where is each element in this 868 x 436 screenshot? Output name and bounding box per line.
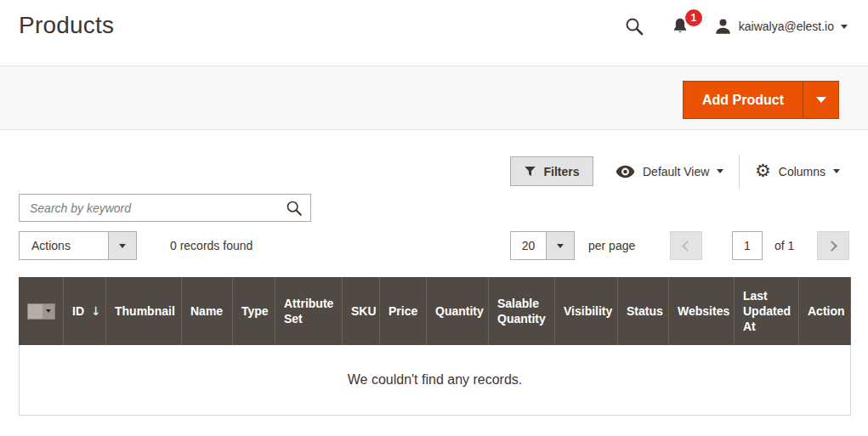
column-header-websites[interactable]: Websites bbox=[669, 277, 735, 345]
column-header-visibility[interactable]: Visibility bbox=[555, 277, 618, 345]
chevron-down-icon bbox=[119, 244, 126, 248]
page-actions-bar: Add Product bbox=[0, 65, 868, 130]
chevron-right-icon bbox=[826, 241, 837, 252]
column-header-label: Websites bbox=[678, 303, 729, 319]
column-header-label: Thumbnail bbox=[115, 303, 175, 319]
eye-icon bbox=[616, 165, 635, 178]
column-header-action[interactable]: Action bbox=[799, 277, 851, 345]
records-found-text: 0 records found bbox=[170, 231, 252, 260]
keyword-search-input[interactable] bbox=[20, 195, 310, 221]
notifications-button[interactable]: 1 bbox=[668, 14, 692, 38]
column-header-attribute-set[interactable]: Attribute Set bbox=[275, 277, 343, 345]
mass-actions-value: Actions bbox=[20, 232, 108, 259]
chevron-left-icon bbox=[682, 241, 693, 252]
column-header-label: Status bbox=[627, 303, 663, 319]
filter-funnel-icon bbox=[524, 165, 536, 178]
column-header-label: ID bbox=[72, 303, 84, 319]
user-icon bbox=[714, 18, 732, 36]
current-page-input[interactable] bbox=[732, 231, 763, 260]
column-header-price[interactable]: Price bbox=[380, 277, 427, 345]
chevron-down-icon bbox=[717, 169, 723, 173]
select-all-checkbox-dropdown[interactable] bbox=[27, 303, 55, 320]
select-all-column-header bbox=[19, 277, 64, 345]
user-email: kaiwalya@elest.io bbox=[739, 20, 834, 33]
column-header-salable-quantity[interactable]: Salable Quantity bbox=[489, 277, 555, 345]
chevron-down-icon bbox=[833, 169, 840, 173]
columns-label: Columns bbox=[779, 165, 825, 178]
global-search-button[interactable] bbox=[622, 14, 646, 38]
products-admin-page: Products 1 bbox=[0, 0, 868, 436]
add-product-label: Add Product bbox=[702, 93, 784, 108]
column-header-label: SKU bbox=[351, 303, 377, 319]
page-title: Products bbox=[19, 12, 114, 39]
header-actions: 1 kaiwalya@elest.io bbox=[622, 0, 848, 53]
column-header-label: Salable Quantity bbox=[497, 296, 546, 326]
add-product-button[interactable]: Add Product bbox=[684, 82, 803, 118]
user-account-menu[interactable]: kaiwalya@elest.io bbox=[714, 18, 848, 36]
mass-actions-select[interactable]: Actions bbox=[19, 231, 137, 260]
column-header-status[interactable]: Status bbox=[618, 277, 669, 345]
search-icon[interactable] bbox=[285, 199, 304, 218]
keyword-search-box bbox=[19, 194, 311, 222]
default-view-label: Default View bbox=[643, 165, 709, 178]
column-header-label: Type bbox=[241, 303, 269, 319]
column-header-label: Quantity bbox=[435, 303, 484, 319]
grid-header-row: ID ↓ Thumbnail Name Type Attribute Set S… bbox=[19, 277, 851, 345]
gear-icon: ⚙ bbox=[755, 162, 771, 180]
previous-page-button[interactable] bbox=[670, 231, 702, 260]
controls-divider bbox=[739, 155, 740, 188]
page-size-value: 20 bbox=[511, 232, 546, 259]
column-header-label: Visibility bbox=[564, 303, 612, 319]
filters-label: Filters bbox=[543, 165, 579, 178]
notification-count-badge: 1 bbox=[685, 9, 702, 26]
total-pages-label: of 1 bbox=[774, 231, 794, 260]
search-icon bbox=[624, 16, 644, 37]
per-page-label: per page bbox=[588, 231, 635, 260]
column-header-quantity[interactable]: Quantity bbox=[427, 277, 489, 345]
empty-records-message: We couldn't find any records. bbox=[348, 372, 523, 388]
column-header-name[interactable]: Name bbox=[182, 277, 233, 345]
column-header-sku[interactable]: SKU bbox=[343, 277, 380, 345]
column-header-id[interactable]: ID ↓ bbox=[64, 277, 106, 345]
grid-empty-state: We couldn't find any records. bbox=[19, 345, 851, 416]
page-size-dropdown-toggle[interactable] bbox=[546, 232, 574, 259]
columns-control[interactable]: ⚙ Columns bbox=[755, 156, 840, 186]
column-header-label: Attribute Set bbox=[284, 296, 333, 326]
column-header-thumbnail[interactable]: Thumbnail bbox=[106, 277, 182, 345]
page-header: Products 1 bbox=[0, 0, 868, 65]
mass-actions-dropdown-toggle[interactable] bbox=[108, 232, 136, 259]
filters-button[interactable]: Filters bbox=[510, 156, 593, 186]
checkbox-icon bbox=[28, 304, 43, 319]
column-header-label: Price bbox=[389, 303, 417, 319]
column-header-type[interactable]: Type bbox=[233, 277, 275, 345]
chevron-down-icon bbox=[841, 25, 848, 29]
column-header-label: Action bbox=[808, 303, 845, 319]
chevron-down-icon bbox=[816, 97, 826, 103]
checkbox-dropdown-toggle[interactable] bbox=[43, 304, 54, 319]
column-header-label: Last Updated At bbox=[743, 288, 791, 334]
chevron-down-icon bbox=[46, 309, 51, 313]
add-product-dropdown-toggle[interactable] bbox=[803, 82, 838, 118]
default-view-control[interactable]: Default View bbox=[616, 156, 723, 186]
add-product-split-button: Add Product bbox=[683, 81, 839, 119]
next-page-button[interactable] bbox=[817, 231, 849, 260]
column-header-label: Name bbox=[190, 303, 223, 319]
page-size-select[interactable]: 20 bbox=[510, 231, 575, 260]
column-header-last-updated-at[interactable]: Last Updated At bbox=[735, 277, 799, 345]
sort-descending-icon: ↓ bbox=[91, 303, 101, 319]
chevron-down-icon bbox=[557, 244, 564, 248]
